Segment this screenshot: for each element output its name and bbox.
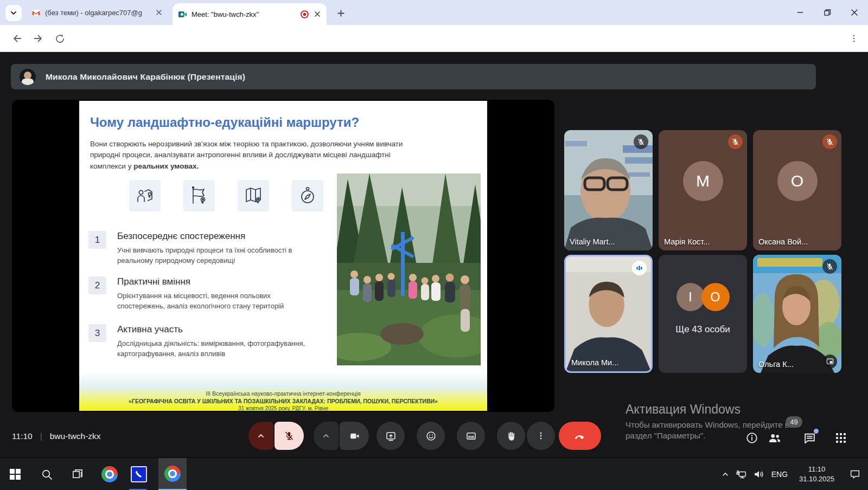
close-window-button[interactable] — [841, 0, 868, 25]
network-status[interactable] — [733, 468, 750, 480]
taskbar-phone-app-button[interactable] — [130, 466, 148, 483]
tab-search-button[interactable] — [5, 5, 22, 21]
overflow-avatar-initial: О — [701, 283, 730, 311]
mic-toggle-button[interactable] — [275, 422, 304, 450]
presenter-name: Микола Миколайович Карабінюк (Презентаці… — [46, 72, 245, 82]
plus-icon — [337, 9, 345, 17]
restore-icon — [824, 9, 831, 16]
reload-button[interactable] — [53, 32, 66, 45]
new-tab-button[interactable] — [333, 5, 348, 21]
close-tab-icon[interactable] — [314, 10, 321, 18]
more-participants-label: Ще 43 особи — [659, 324, 747, 335]
tab-meet[interactable]: Meet: "bwu-twch-zkx" — [173, 3, 327, 25]
compass-icon — [292, 180, 323, 211]
tab-title: Meet: "bwu-twch-zkx" — [192, 10, 296, 18]
video-camera-icon — [349, 430, 360, 442]
network-icon — [736, 468, 748, 480]
forward-icon — [32, 33, 44, 44]
captions-button[interactable] — [457, 422, 485, 450]
item-number: 3 — [88, 324, 106, 342]
start-button[interactable] — [7, 466, 24, 483]
chat-icon — [803, 431, 816, 445]
search-icon — [41, 468, 53, 481]
emoji-smile-icon — [425, 430, 437, 442]
raise-hand-icon — [506, 430, 517, 442]
mic-off-icon — [284, 430, 295, 441]
watermark-line: Чтобы активировать Windows, перейдите в — [626, 420, 789, 429]
participant-name: Vitaliy Mart... — [570, 237, 615, 246]
browser-tab-strip: (без теми) - olgakarpec707@g Meet: "bwu-… — [0, 0, 868, 25]
participant-tile-olga[interactable]: Ольга К... — [753, 255, 841, 373]
conference-date: 31 жовтня 2025 року, РДГУ, м. Рівне — [79, 405, 487, 411]
participant-name: Ольга К... — [758, 360, 794, 369]
meeting-code: bwu-twch-zkx — [50, 431, 101, 441]
watermark-title: Активация Windows — [626, 402, 789, 417]
avatar-initial: О — [777, 161, 818, 201]
chrome-icon — [101, 466, 118, 482]
minimize-icon — [796, 9, 804, 16]
slide-item-1: 1 Безпосереднє спостереження Учні вивчаю… — [88, 231, 317, 266]
close-icon — [851, 9, 858, 16]
participant-tile-oksana[interactable]: О Оксана Вой... — [753, 130, 841, 250]
present-screen-icon — [385, 430, 397, 442]
chevron-down-icon — [10, 9, 17, 17]
tab-gmail[interactable]: (без теми) - olgakarpec707@g — [26, 0, 168, 25]
task-view-button[interactable] — [68, 466, 86, 483]
meet-icon — [178, 10, 187, 19]
screen-share-area: Чому ландшафтно-едукаційні маршрути? Вон… — [12, 100, 554, 412]
participant-tile-mykola[interactable]: Микола Ми... — [564, 255, 653, 373]
picture-in-picture-icon[interactable] — [823, 354, 837, 369]
camera-toggle-button[interactable] — [340, 422, 369, 450]
browser-menu-button[interactable] — [847, 32, 860, 45]
chevron-up-icon — [322, 432, 330, 440]
taskbar-search-button[interactable] — [38, 466, 55, 483]
participant-tile-maria[interactable]: М Марія Кост... — [659, 130, 747, 250]
forward-button[interactable] — [31, 32, 44, 45]
camera-options-button[interactable] — [314, 422, 339, 450]
back-button[interactable] — [11, 32, 24, 45]
back-icon — [11, 33, 23, 44]
show-people-button[interactable] — [767, 430, 782, 446]
participant-name: Марія Кост... — [664, 237, 710, 246]
desktop: (без теми) - olgakarpec707@g Meet: "bwu-… — [0, 0, 868, 490]
speaker-icon — [753, 468, 765, 480]
browser-toolbar: meet.google.com/bwu-twch-zkx?pli=1 — [0, 25, 868, 52]
participant-tile-vitaliy[interactable]: Vitaliy Mart... — [564, 130, 653, 250]
present-button[interactable] — [376, 422, 405, 450]
item-desc: Дослідницька діяльність: вимірювання, фо… — [117, 339, 317, 359]
restore-button[interactable] — [814, 0, 841, 25]
reactions-button[interactable] — [417, 422, 445, 450]
chevron-up-icon — [257, 432, 265, 440]
more-options-button[interactable] — [527, 422, 555, 450]
item-desc: Орієнтування на місцевості, ведення поль… — [117, 291, 317, 312]
language-indicator[interactable]: ENG — [768, 470, 792, 479]
notification-icon — [849, 468, 861, 480]
mic-off-icon — [822, 259, 837, 274]
volume-status[interactable] — [750, 468, 768, 480]
end-call-button[interactable] — [559, 422, 601, 450]
notification-center-button[interactable] — [842, 468, 868, 480]
windows-activation-watermark: Активация Windows Чтобы активировать Win… — [626, 402, 789, 440]
mic-options-button[interactable] — [248, 422, 273, 450]
tray-clock[interactable]: 11:10 31.10.2025 — [799, 465, 834, 483]
participant-name: Микола Ми... — [571, 358, 618, 367]
tab-title: (без теми) - olgakarpec707@g — [45, 9, 151, 17]
minimize-button[interactable] — [787, 0, 814, 25]
apps-grid-icon — [834, 431, 847, 444]
item-number: 2 — [88, 276, 106, 294]
item-number: 1 — [88, 231, 106, 249]
kebab-menu-icon — [536, 431, 546, 441]
meeting-time: 11:10 — [12, 431, 33, 441]
participant-count-badge: 49 — [786, 416, 802, 428]
taskbar-chrome-active-button[interactable] — [158, 458, 187, 490]
raise-hand-button[interactable] — [497, 422, 525, 450]
more-participants-tile[interactable]: І О Ще 43 особи — [659, 255, 747, 373]
tray-expand-button[interactable] — [718, 470, 733, 478]
taskbar-chrome-button[interactable] — [101, 466, 118, 483]
meeting-details-button[interactable] — [744, 430, 760, 446]
presentation-slide: Чому ландшафтно-едукаційні маршрути? Вон… — [79, 101, 487, 411]
chat-button[interactable] — [802, 430, 817, 446]
close-tab-icon[interactable] — [155, 9, 163, 16]
activities-button[interactable] — [833, 430, 848, 446]
gmail-icon — [31, 8, 41, 17]
